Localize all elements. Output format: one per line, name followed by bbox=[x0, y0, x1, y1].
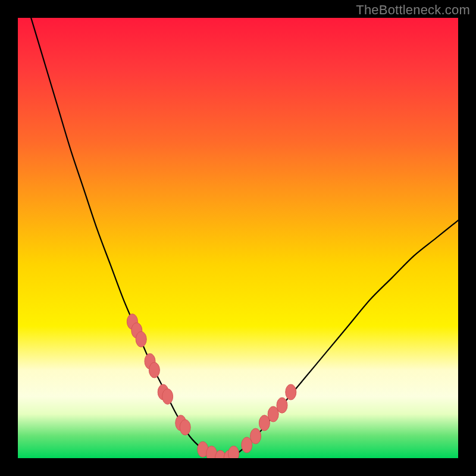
watermark-text: TheBottleneck.com bbox=[356, 2, 470, 18]
marker-point bbox=[277, 397, 287, 413]
marker-point bbox=[228, 446, 239, 458]
marker-point bbox=[162, 389, 173, 404]
plot-area bbox=[18, 18, 458, 458]
stage: TheBottleneck.com bbox=[0, 0, 476, 476]
bottleneck-curve bbox=[18, 18, 458, 458]
marker-point bbox=[250, 428, 261, 444]
marker-point bbox=[286, 384, 296, 400]
chart-svg bbox=[18, 18, 458, 458]
marker-point bbox=[136, 331, 146, 347]
marker-point bbox=[180, 419, 190, 435]
marker-point bbox=[149, 362, 159, 378]
highlighted-points bbox=[127, 314, 296, 458]
